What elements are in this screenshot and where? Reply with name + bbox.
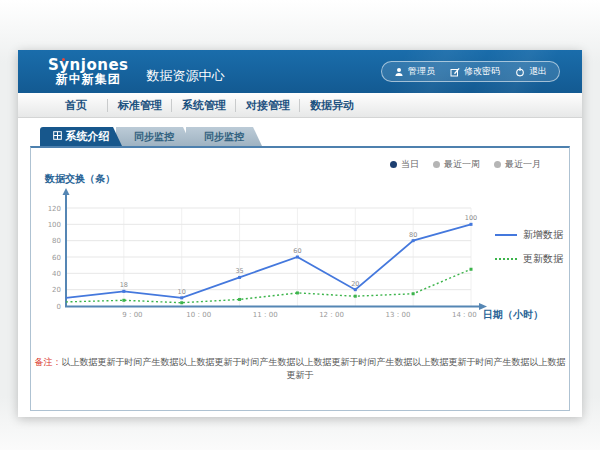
nav-item-4[interactable]: 数据异动	[300, 98, 364, 113]
edit-icon	[450, 67, 460, 77]
svg-text:18: 18	[120, 281, 128, 289]
header: Synjones 新中新集团 数据资源中心 管理员 修改密码 退出	[18, 50, 582, 93]
radio-dot-icon	[390, 161, 397, 168]
data-point	[238, 276, 241, 279]
data-point	[122, 299, 125, 302]
range-radio-2[interactable]: 最近一月	[494, 158, 541, 171]
main-nav: 首页标准管理系统管理对接管理数据异动	[18, 93, 582, 118]
data-point	[354, 288, 357, 291]
logo-text-en: Synjones	[48, 57, 129, 74]
company-logo: Synjones 新中新集团	[48, 57, 129, 87]
svg-text:100: 100	[48, 221, 61, 229]
svg-text:0: 0	[57, 303, 61, 311]
svg-text:100: 100	[465, 214, 477, 222]
range-radio-label: 最近一周	[444, 158, 480, 171]
svg-text:9：00: 9：00	[122, 311, 142, 319]
radio-dot-icon	[494, 161, 501, 168]
data-point	[470, 268, 473, 271]
data-point	[238, 298, 241, 301]
radio-dot-icon	[433, 161, 440, 168]
data-point	[122, 290, 125, 293]
svg-text:35: 35	[235, 267, 243, 275]
svg-text:10：00: 10：00	[186, 311, 211, 319]
logo-red-dot-icon	[62, 58, 65, 61]
legend-item-1: 更新数据	[495, 252, 563, 266]
svg-text:80: 80	[409, 231, 417, 239]
svg-text:60: 60	[293, 247, 301, 255]
nav-item-1[interactable]: 标准管理	[108, 98, 172, 113]
range-radio-label: 当日	[401, 158, 419, 171]
user-menu-admin-label: 管理员	[408, 65, 435, 78]
data-point	[412, 292, 415, 295]
nav-item-2[interactable]: 系统管理	[172, 98, 236, 113]
tab-label: 同步监控	[134, 130, 174, 144]
page-title: 数据资源中心	[147, 67, 225, 85]
footnote-label: 备注：	[35, 357, 62, 367]
svg-text:11：00: 11：00	[253, 311, 278, 319]
nav-item-0[interactable]: 首页	[44, 98, 108, 113]
chart-legend: 新增数据更新数据	[495, 228, 563, 266]
tab-bar: 系统介绍同步监控同步监控	[40, 127, 262, 146]
svg-text:60: 60	[52, 254, 61, 262]
logo-text-cn: 新中新集团	[48, 73, 129, 86]
user-menu-admin[interactable]: 管理员	[394, 65, 435, 78]
document-icon	[53, 130, 62, 143]
legend-label: 新增数据	[523, 228, 563, 242]
data-point	[412, 239, 415, 242]
svg-text:120: 120	[48, 205, 61, 213]
tab-label: 同步监控	[204, 130, 244, 144]
legend-item-0: 新增数据	[495, 228, 563, 242]
tab-2[interactable]: 同步监控	[186, 127, 262, 146]
data-point	[470, 223, 473, 226]
legend-swatch-icon	[495, 258, 517, 260]
range-radio-0[interactable]: 当日	[390, 158, 419, 171]
footnote-text: 以上数据更新于时间产生数据以上数据更新于时间产生数据以上数据更新于时间产生数据以…	[62, 357, 566, 380]
svg-text:20: 20	[351, 280, 359, 288]
range-radio-1[interactable]: 最近一周	[433, 158, 480, 171]
data-point	[296, 256, 299, 259]
svg-text:40: 40	[52, 270, 61, 278]
power-icon	[515, 67, 525, 77]
svg-text:10: 10	[178, 288, 186, 296]
line-chart: 0204060801001209：0010：0011：0012：0013：001…	[41, 186, 501, 331]
x-axis-ticks: 9：0010：0011：0012：0013：0014：00	[122, 311, 477, 319]
y-axis-ticks: 020406080100120	[48, 205, 61, 311]
svg-text:14：00: 14：00	[452, 311, 477, 319]
footnote: 备注：以上数据更新于时间产生数据以上数据更新于时间产生数据以上数据更新于时间产生…	[31, 356, 569, 382]
tab-label: 系统介绍	[66, 129, 110, 144]
logout-button[interactable]: 退出	[515, 65, 547, 78]
data-point	[180, 296, 183, 299]
svg-text:80: 80	[52, 237, 61, 245]
svg-text:13：00: 13：00	[386, 311, 411, 319]
tab-1[interactable]: 同步监控	[116, 127, 192, 146]
data-point	[354, 295, 357, 298]
tab-0[interactable]: 系统介绍	[40, 127, 122, 146]
data-point	[180, 301, 183, 304]
app-window: Synjones 新中新集团 数据资源中心 管理员 修改密码 退出 首页标准管理…	[18, 50, 582, 417]
user-icon	[394, 67, 404, 77]
legend-swatch-icon	[495, 234, 517, 236]
legend-label: 更新数据	[523, 252, 563, 266]
time-range-radio-group: 当日最近一周最近一月	[390, 158, 541, 171]
change-password-label: 修改密码	[464, 65, 500, 78]
logout-label: 退出	[529, 65, 547, 78]
user-menu: 管理员 修改密码 退出	[381, 61, 560, 82]
nav-item-3[interactable]: 对接管理	[236, 98, 300, 113]
svg-text:12：00: 12：00	[319, 311, 344, 319]
y-axis-title: 数据交换（条）	[45, 172, 115, 186]
x-axis-title: 日期（小时）	[483, 308, 543, 322]
change-password-button[interactable]: 修改密码	[450, 65, 500, 78]
range-radio-label: 最近一月	[505, 158, 541, 171]
chart-panel: 当日最近一周最近一月 数据交换（条） 0204060801001209：0010…	[30, 146, 570, 411]
data-point	[296, 291, 299, 294]
svg-text:20: 20	[52, 286, 61, 294]
